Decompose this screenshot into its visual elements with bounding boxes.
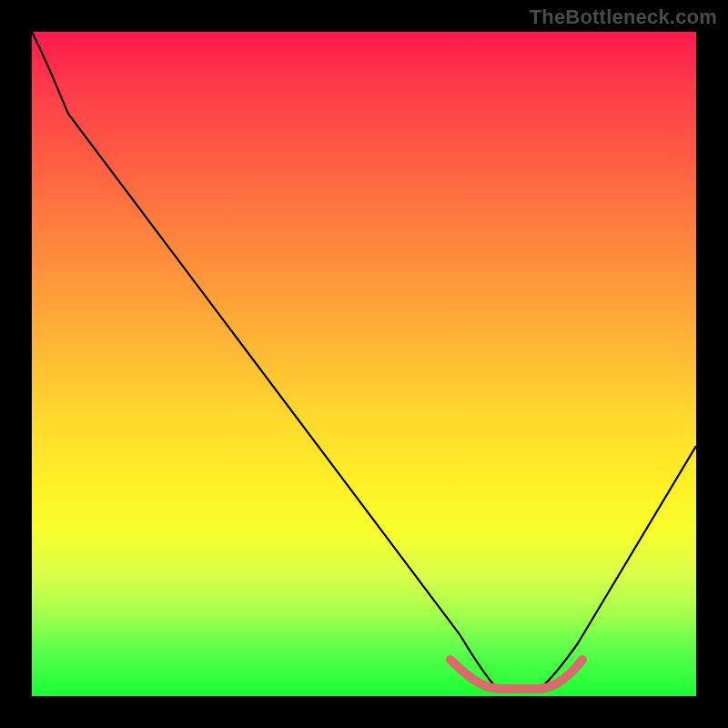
plot-area: [32, 32, 696, 696]
watermark-text: TheBottleneck.com: [530, 5, 717, 29]
bottleneck-curve-svg: [32, 32, 696, 696]
chart-frame: TheBottleneck.com: [0, 0, 728, 728]
bottleneck-curve: [32, 32, 696, 687]
